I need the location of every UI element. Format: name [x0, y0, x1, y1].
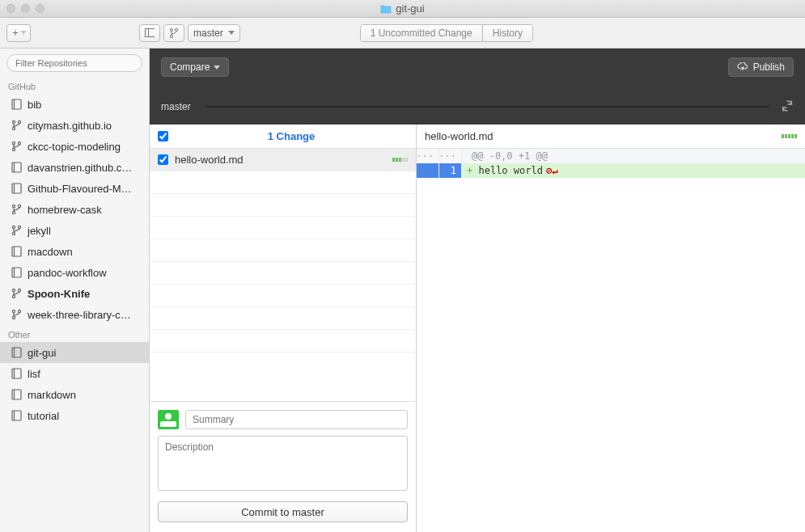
tab-history[interactable]: History	[483, 25, 532, 41]
changes-panel: 1 Change hello-world.md Commit to master	[150, 125, 417, 532]
chevron-down-icon	[214, 65, 220, 70]
sidebar-repo-item[interactable]: macdown	[0, 241, 149, 262]
gutter-new: ···	[439, 149, 462, 163]
branch-label: master	[193, 27, 223, 39]
repo-label: tutorial	[28, 410, 59, 422]
repo-label: citymash.github.io	[28, 120, 112, 132]
svg-rect-35	[12, 369, 21, 378]
sidebar-repo-item[interactable]: Spoon-Knife	[0, 283, 149, 304]
diff-body[interactable]: ··· ··· @@ -0,0 +1 @@ 1+ hello world⊘↵	[417, 149, 805, 532]
group-header: Other	[0, 325, 149, 342]
svg-rect-37	[12, 390, 21, 399]
branch-timeline: master	[150, 89, 805, 125]
repo-label: week-three-library-c…	[28, 309, 131, 321]
sync-icon[interactable]	[781, 99, 794, 115]
svg-rect-39	[12, 411, 21, 420]
sidebar-repo-item[interactable]: bib	[0, 94, 149, 115]
sidebar-repo-item[interactable]: Github-Flavoured-M…	[0, 178, 149, 199]
sidebar-repo-item[interactable]: week-three-library-c…	[0, 304, 149, 325]
changes-empty-rows	[150, 171, 416, 401]
diff-dots	[392, 158, 408, 162]
svg-point-9	[12, 127, 15, 129]
avatar-icon	[158, 410, 179, 429]
svg-point-27	[12, 289, 15, 291]
sidebar-repo-item[interactable]: markdown	[0, 384, 149, 405]
sidebar-repo-item[interactable]: davanstrien.github.c…	[0, 157, 149, 178]
filter-repos-input[interactable]	[6, 54, 142, 72]
folder-icon	[380, 4, 392, 14]
no-newline-icon: ⊘↵	[546, 165, 557, 176]
sidebar-repo-item[interactable]: homebrew-cask	[0, 199, 149, 220]
file-checkbox[interactable]	[158, 154, 168, 165]
svg-rect-33	[12, 348, 21, 357]
panel-icon	[145, 28, 155, 37]
window-title-text: git-gui	[396, 2, 424, 15]
branch-name: master	[161, 101, 191, 112]
repo-icon	[11, 389, 22, 400]
repo-icon	[11, 99, 22, 110]
repo-label: bib	[28, 99, 41, 111]
select-all-checkbox[interactable]	[158, 131, 168, 141]
sidebar-repo-item[interactable]: tutorial	[0, 405, 149, 426]
svg-rect-15	[12, 184, 21, 193]
svg-point-17	[12, 205, 15, 207]
sidebar-toggle-button[interactable]	[139, 24, 160, 42]
publish-button[interactable]: Publish	[728, 57, 794, 77]
diff-status-dots	[782, 134, 797, 138]
svg-rect-0	[146, 29, 155, 37]
timeline-track[interactable]	[205, 106, 769, 108]
fork-icon	[11, 288, 22, 299]
repo-icon	[11, 246, 22, 257]
branch-icon	[169, 27, 179, 39]
commit-box: Commit to master	[150, 401, 416, 532]
repo-icon	[11, 410, 22, 421]
toolbar: ＋ master 1 Uncommitted Change History	[0, 18, 805, 49]
cloud-upload-icon	[737, 62, 748, 72]
svg-point-3	[175, 28, 177, 31]
titlebar: git-gui	[0, 0, 805, 18]
repo-icon	[11, 267, 22, 278]
svg-point-10	[12, 141, 15, 144]
view-segmented[interactable]: 1 Uncommitted Change History	[360, 24, 533, 42]
repo-label: git-gui	[28, 347, 56, 359]
svg-rect-25	[12, 268, 21, 277]
commit-button[interactable]: Commit to master	[158, 501, 408, 522]
compare-header: Compare Publish	[150, 49, 805, 89]
diff-line: 1+ hello world⊘↵	[417, 163, 805, 178]
svg-rect-13	[12, 163, 21, 172]
hunk-text: @@ -0,0 +1 @@	[462, 149, 805, 163]
tab-changes[interactable]: 1 Uncommitted Change	[361, 25, 483, 41]
gutter-old	[417, 163, 439, 178]
description-input[interactable]	[158, 436, 408, 491]
diff-panel: hello-world.md ··· ··· @@ -0,0 +1 @@ 1+ …	[417, 125, 805, 532]
fork-icon	[11, 309, 22, 320]
repo-label: macdown	[28, 246, 73, 258]
branch-select[interactable]: master	[188, 24, 240, 42]
gutter-new: 1	[439, 163, 462, 178]
sidebar-repo-item[interactable]: pandoc-workflow	[0, 262, 149, 283]
sidebar-repo-item[interactable]: ckcc-topic-modeling	[0, 136, 149, 157]
sidebar-repo-item[interactable]: jekyll	[0, 220, 149, 241]
add-button[interactable]: ＋	[6, 24, 31, 42]
branch-button[interactable]	[163, 24, 184, 42]
sidebar-repo-item[interactable]: citymash.github.io	[0, 115, 149, 136]
summary-input[interactable]	[185, 410, 408, 429]
svg-point-30	[12, 310, 15, 312]
repo-icon	[11, 347, 22, 358]
svg-point-28	[18, 289, 20, 291]
compare-button[interactable]: Compare	[161, 57, 229, 77]
svg-rect-5	[12, 99, 21, 109]
change-item[interactable]: hello-world.md	[150, 149, 416, 171]
sidebar: GitHubbibcitymash.github.iockcc-topic-mo…	[0, 49, 150, 532]
repo-label: lisf	[28, 368, 40, 380]
sidebar-repo-item[interactable]: git-gui	[0, 342, 149, 363]
repo-label: homebrew-cask	[28, 204, 102, 216]
code-cell: + hello world⊘↵	[462, 163, 805, 178]
repo-label: Spoon-Knife	[28, 288, 90, 300]
plus-icon: ＋	[11, 26, 20, 40]
diff-filename: hello-world.md	[425, 130, 782, 142]
repo-label: ckcc-topic-modeling	[28, 141, 121, 153]
svg-point-22	[12, 232, 15, 234]
sidebar-repo-item[interactable]: lisf	[0, 363, 149, 384]
fork-icon	[11, 141, 22, 152]
